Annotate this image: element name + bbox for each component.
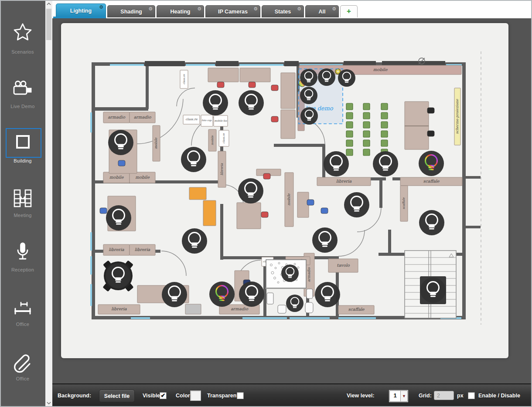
lamp-icon[interactable] [318, 68, 335, 86]
lamp-icon[interactable] [239, 282, 264, 307]
lamp-icon[interactable] [281, 265, 299, 282]
gear-icon[interactable]: ⚙ [297, 6, 301, 11]
sidebar-item-office-clip[interactable]: Office [0, 376, 45, 381]
svg-text:mobile: mobile [211, 135, 214, 145]
lamp-icon[interactable] [344, 192, 369, 217]
lamp-icon[interactable] [338, 69, 355, 87]
svg-text:mobile fax: mobile fax [215, 119, 228, 122]
visible-checkbox[interactable]: ✔ [160, 392, 167, 399]
tab-states[interactable]: States ⚙ [262, 5, 304, 17]
tab-bar: Lighting ⚙ Shading ⚙ Heating ⚙ IP Camera… [52, 0, 532, 18]
svg-text:mobile: mobile [109, 175, 124, 180]
sidebar-scrollbar[interactable] [45, 0, 52, 407]
gear-icon[interactable]: ⚙ [148, 6, 153, 11]
sidebar-item-meeting[interactable]: Meeting [0, 213, 45, 218]
tab-heating[interactable]: Heating ⚙ [157, 5, 204, 17]
color-label: Color [176, 393, 190, 399]
sidebar: Scenarios Live Demo Building Meeting Rec… [0, 0, 45, 407]
sidebar-item-building[interactable]: Building [0, 158, 45, 163]
lamp-icon[interactable] [108, 130, 133, 155]
tab-label: Heating [171, 9, 191, 15]
visible-label: Visible [143, 393, 160, 399]
view-level-label: View level: [347, 393, 375, 399]
svg-text:libreria: libreria [220, 163, 224, 176]
svg-text:scaffale: scaffale [402, 197, 406, 210]
scroll-down-button[interactable] [45, 399, 52, 407]
building-icon[interactable] [10, 130, 35, 154]
microphone-icon[interactable] [10, 240, 35, 264]
shelves-tv-icon[interactable] [10, 186, 35, 210]
floorplan-svg: armadioarmadiomobilemobilelibrerialibrer… [61, 23, 508, 358]
gear-icon[interactable]: ⚙ [253, 6, 258, 11]
lamp-icon[interactable] [106, 205, 131, 231]
tab-shading[interactable]: Shading ⚙ [107, 5, 155, 17]
svg-text:class.re: class.re [182, 74, 185, 85]
lamp-icon[interactable] [182, 228, 207, 254]
rgb-lamp-icon[interactable] [209, 282, 235, 307]
lamp-icon[interactable] [419, 210, 444, 235]
add-tab-button[interactable]: + [340, 5, 358, 17]
video-camera-icon[interactable] [10, 77, 35, 102]
svg-text:scaffale: scaffale [348, 307, 365, 312]
tab-lighting[interactable]: Lighting ⚙ [56, 3, 106, 18]
svg-text:libreria: libreria [336, 179, 352, 183]
tab-all[interactable]: All ⚙ [305, 5, 339, 17]
grid-size-input[interactable]: 2 [434, 391, 454, 400]
tab-label: All [319, 9, 326, 15]
gear-icon[interactable]: ⚙ [99, 4, 103, 10]
lamp-icon[interactable] [203, 90, 228, 115]
svg-text:schermo proiezione: schermo proiezione [455, 98, 459, 134]
chevron-down-icon[interactable]: ▼ [400, 391, 407, 401]
transparent-label: Transparent [207, 393, 239, 399]
lamp-icon[interactable] [162, 282, 187, 307]
svg-text:armadio: armadio [134, 115, 152, 119]
tab-label: Shading [120, 9, 142, 15]
svg-text:tavolo: tavolo [337, 263, 350, 268]
svg-text:mobile: mobile [135, 175, 150, 180]
color-swatch[interactable] [190, 390, 201, 401]
lamp-icon[interactable] [300, 87, 317, 104]
svg-text:mobile: mobile [287, 193, 291, 206]
gear-icon[interactable]: ⚙ [197, 6, 201, 11]
view-level-value: 1 [390, 391, 400, 401]
tab-ip-cameras[interactable]: IP Cameras ⚙ [205, 5, 260, 17]
select-file-button[interactable]: Select file [99, 390, 135, 402]
lamp-icon[interactable] [238, 178, 263, 204]
enable-disable-checkbox[interactable]: ✔ [468, 392, 475, 399]
paperclip-icon[interactable] [10, 349, 35, 374]
svg-text:armadio: armadio [231, 306, 249, 311]
lamp-icon[interactable] [373, 151, 398, 176]
tab-label: Lighting [70, 8, 92, 14]
lamp-icon[interactable] [315, 282, 340, 307]
sidebar-item-reception[interactable]: Reception [0, 267, 45, 272]
scroll-up-button[interactable] [45, 0, 52, 8]
svg-text:foto cop.: foto cop. [201, 119, 212, 122]
lamp-icon[interactable] [239, 90, 264, 115]
lamp-icon[interactable] [106, 263, 131, 288]
lamp-icon[interactable] [324, 151, 349, 176]
svg-text:libreria: libreria [135, 247, 150, 252]
lamp-icon[interactable] [300, 107, 318, 125]
scrollbar-thumb[interactable] [46, 9, 51, 40]
lamp-icon[interactable] [286, 295, 304, 312]
view-level-select[interactable]: 1 ▼ [389, 390, 408, 402]
sidebar-item-office-gym[interactable]: Office [0, 322, 45, 327]
lamp-icon[interactable] [312, 227, 338, 253]
lamp-icon[interactable] [420, 278, 446, 303]
transparent-checkbox[interactable]: ✔ [237, 392, 244, 399]
star-icon[interactable] [10, 20, 35, 45]
barbell-icon[interactable] [10, 295, 35, 319]
grid-unit-label: px [457, 393, 464, 399]
grid-label: Grid: [419, 393, 432, 399]
svg-text:libreria: libreria [111, 306, 127, 311]
floorplan-canvas[interactable]: armadioarmadiomobilemobilelibrerialibrer… [61, 23, 508, 358]
svg-text:armadio: armadio [108, 115, 126, 119]
rgb-lamp-icon[interactable] [419, 151, 444, 176]
gear-icon[interactable]: ⚙ [332, 6, 336, 11]
sidebar-item-live-demo[interactable]: Live Demo [0, 104, 45, 109]
lamp-icon[interactable] [181, 147, 206, 172]
svg-text:class.re: class.re [185, 118, 198, 121]
lamp-icon[interactable] [300, 69, 317, 86]
sidebar-item-scenarios[interactable]: Scenarios [0, 49, 45, 54]
svg-text:mobile: mobile [154, 138, 158, 149]
